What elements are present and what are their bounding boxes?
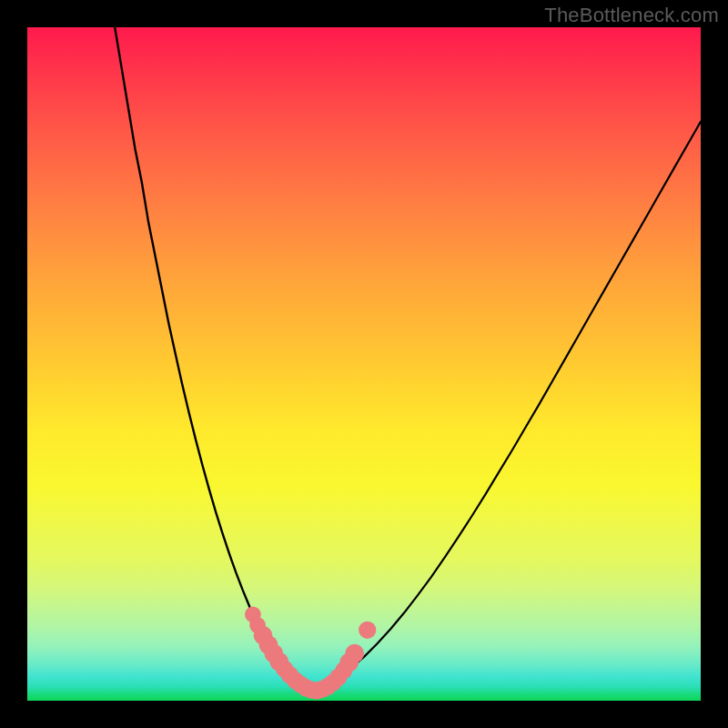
- trough-marker: [345, 644, 364, 663]
- trough-marker: [359, 622, 376, 639]
- chart-container: TheBottleneck.com: [0, 0, 728, 728]
- curve-layer: [27, 27, 701, 701]
- watermark-text: TheBottleneck.com: [544, 4, 719, 27]
- trough-markers: [245, 606, 376, 699]
- plot-area: [27, 27, 701, 701]
- left-curve: [115, 27, 310, 691]
- right-curve: [310, 122, 701, 691]
